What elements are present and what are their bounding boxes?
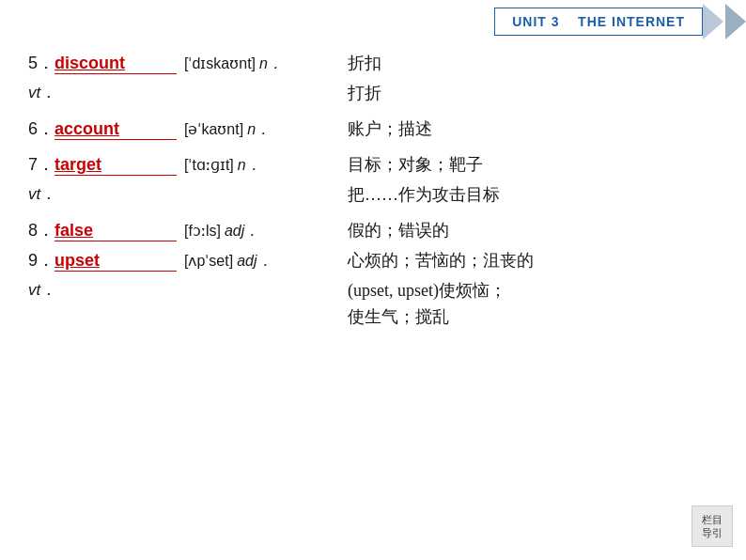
entry-8-number: 8． — [28, 219, 54, 241]
entry-9-vt-label: vt． — [28, 279, 348, 302]
entry-7-vt-label: vt． — [28, 183, 348, 206]
entry-9-extra-meaning: 使生气；搅乱 — [348, 305, 449, 328]
entry-7-number: 7． — [28, 153, 54, 176]
entry-5-meaning: 折扣 — [348, 52, 718, 74]
unit-title-box: UNIT 3 THE INTERNET — [494, 8, 703, 36]
entry-9-extra-spacer — [28, 305, 348, 328]
entry-7: 7． target [ˈtɑːɡɪt] n． 目标；对象；靶子 — [28, 153, 718, 176]
entry-7-left: 7． target [ˈtɑːɡɪt] n． — [28, 153, 348, 176]
entry-6-word: account — [54, 119, 177, 139]
entry-5-vt-label: vt． — [28, 82, 348, 104]
vocabulary-content: 5． discount [ˈdɪskaʊnt] n． 折扣 vt． 打折 6． … — [28, 52, 718, 332]
entry-5-left: 5． discount [ˈdɪskaʊnt] n． — [28, 52, 348, 74]
entry-6-meaning: 账户；描述 — [348, 117, 718, 140]
entry-7-phonetic: [ˈtɑːɡɪt] — [184, 156, 234, 174]
entry-7-word: target — [54, 155, 177, 175]
entry-6-left: 6． account [əˈkaʊnt] n． — [28, 117, 348, 140]
unit-title: THE INTERNET — [578, 14, 685, 29]
unit-label: UNIT 3 — [512, 14, 559, 29]
entry-8: 8． false [fɔːls] adj． 假的；错误的 — [28, 219, 718, 241]
entry-8-pos: adj． — [225, 222, 259, 241]
header: UNIT 3 THE INTERNET — [494, 0, 746, 39]
entry-9-extra: 使生气；搅乱 — [28, 305, 718, 328]
entry-5-word: discount — [54, 54, 177, 73]
entry-9-word: upset — [54, 251, 177, 271]
entry-5-vt-meaning: 打折 — [348, 82, 381, 104]
entry-9-number: 9． — [28, 249, 54, 272]
entry-6-number: 6． — [28, 117, 54, 140]
entry-6-pos: n． — [247, 120, 271, 140]
entry-8-phonetic: [fɔːls] — [184, 222, 221, 240]
entry-7-vt: vt． 把……作为攻击目标 — [28, 183, 718, 206]
entry-5-vt: vt． 打折 — [28, 82, 718, 104]
entry-9-vt-meaning: (upset, upset)使烦恼； — [348, 279, 506, 302]
entry-5-number: 5． — [28, 52, 54, 74]
entry-6: 6． account [əˈkaʊnt] n． 账户；描述 — [28, 117, 718, 140]
entry-8-meaning: 假的；错误的 — [348, 219, 718, 241]
entry-7-meaning: 目标；对象；靶子 — [348, 153, 718, 176]
entry-9-meaning: 心烦的；苦恼的；沮丧的 — [348, 249, 718, 272]
entry-8-word: false — [54, 221, 177, 241]
nav-btn-line1: 栏目 — [702, 513, 723, 526]
entry-9: 9． upset [ʌpˈset] adj． 心烦的；苦恼的；沮丧的 — [28, 249, 718, 272]
entry-5: 5． discount [ˈdɪskaʊnt] n． 折扣 — [28, 52, 718, 74]
entry-7-pos: n． — [238, 156, 261, 176]
entry-5-phonetic: [ˈdɪskaʊnt] — [184, 54, 256, 72]
entry-9-pos: adj． — [237, 252, 272, 272]
entry-9-left: 9． upset [ʌpˈset] adj． — [28, 249, 348, 272]
arrow-icon-1 — [703, 4, 723, 39]
entry-5-pos: n． — [259, 54, 283, 74]
entry-6-phonetic: [əˈkaʊnt] — [184, 120, 243, 138]
entry-8-left: 8． false [fɔːls] adj． — [28, 219, 348, 241]
entry-9-phonetic: [ʌpˈset] — [184, 252, 233, 270]
entry-7-vt-meaning: 把……作为攻击目标 — [348, 183, 500, 206]
entry-9-vt: vt． (upset, upset)使烦恼； — [28, 279, 718, 302]
nav-button[interactable]: 栏目 导引 — [692, 506, 733, 547]
arrow-icon-2 — [725, 4, 746, 39]
nav-btn-line2: 导引 — [702, 526, 723, 539]
